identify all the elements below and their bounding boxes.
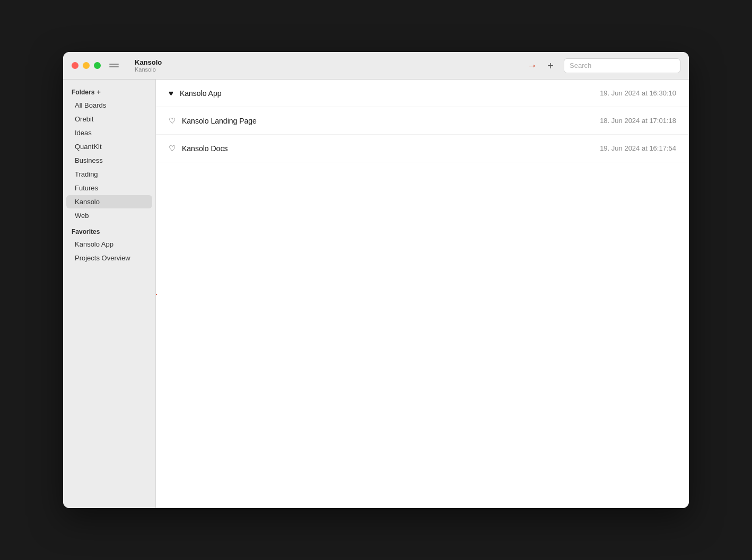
sidebar-item-quantkit[interactable]: QuantKit <box>66 140 152 153</box>
titlebar-actions: → + <box>527 58 680 73</box>
maximize-button[interactable] <box>94 62 101 69</box>
sidebar: Folders + All Boards Orebit Ideas QuantK… <box>63 80 156 508</box>
app-window: Kansolo Kansolo → + Folders + All Boards… <box>63 52 689 508</box>
right-arrow-icon: → <box>527 59 537 72</box>
board-date: 19. Jun 2024 at 16:30:10 <box>600 89 676 97</box>
sidebar-toggle-icon <box>109 64 124 67</box>
titlebar-center: Kansolo Kansolo <box>135 58 527 73</box>
sidebar-item-projects-overview[interactable]: Projects Overview <box>66 251 152 265</box>
minimize-button[interactable] <box>83 62 90 69</box>
board-name: Kansolo App <box>180 89 222 98</box>
sidebar-item-business[interactable]: Business <box>66 154 152 167</box>
board-item-left: ♥ Kansolo App <box>169 89 222 98</box>
heart-filled-icon: ♥ <box>169 89 173 98</box>
board-date: 19. Jun 2024 at 16:17:54 <box>600 144 676 152</box>
titlebar: Kansolo Kansolo → + <box>63 52 689 80</box>
sidebar-item-futures[interactable]: Futures <box>66 181 152 195</box>
board-name: Kansolo Landing Page <box>182 117 257 125</box>
close-button[interactable] <box>72 62 78 69</box>
folders-label: Folders <box>72 89 94 96</box>
board-item[interactable]: ♡ Kansolo Docs 19. Jun 2024 at 16:17:54 <box>156 135 689 162</box>
sidebar-item-all-boards[interactable]: All Boards <box>66 99 152 112</box>
app-body: Folders + All Boards Orebit Ideas QuantK… <box>63 80 689 508</box>
folders-section-header: Folders + <box>63 86 155 98</box>
add-board-button[interactable]: + <box>544 59 557 73</box>
board-date: 18. Jun 2024 at 17:01:18 <box>600 117 676 125</box>
sidebar-toggle-button[interactable] <box>109 60 124 71</box>
board-name: Kansolo Docs <box>182 144 228 153</box>
board-list: ♥ Kansolo App 19. Jun 2024 at 16:30:10 ♡… <box>156 80 689 162</box>
traffic-lights <box>72 62 101 69</box>
main-content: ← ♥ Kansolo App 19. Jun 2024 at 16:30:10… <box>156 80 689 508</box>
sidebar-item-kansolo[interactable]: Kansolo <box>66 195 152 208</box>
add-arrow-indicator: → <box>527 59 537 72</box>
sidebar-item-trading[interactable]: Trading <box>66 168 152 181</box>
app-title: Kansolo <box>135 58 162 66</box>
left-arrow-icon: ← <box>156 288 159 300</box>
sidebar-item-ideas[interactable]: Ideas <box>66 126 152 139</box>
board-item-left: ♡ Kansolo Docs <box>169 144 228 153</box>
sidebar-item-web[interactable]: Web <box>66 209 152 222</box>
board-item-left: ♡ Kansolo Landing Page <box>169 116 257 126</box>
heart-outline-icon: ♡ <box>169 116 176 126</box>
favorites-section-header: Favorites <box>63 223 155 237</box>
board-item[interactable]: ♡ Kansolo Landing Page 18. Jun 2024 at 1… <box>156 107 689 135</box>
app-subtitle: Kansolo <box>135 66 156 73</box>
heart-outline-icon: ♡ <box>169 144 176 153</box>
board-item[interactable]: ♥ Kansolo App 19. Jun 2024 at 16:30:10 <box>156 80 689 107</box>
search-input[interactable] <box>564 58 680 73</box>
sidebar-item-orebit[interactable]: Orebit <box>66 112 152 126</box>
sidebar-item-kansolo-app[interactable]: Kansolo App <box>66 238 152 251</box>
add-folder-button[interactable]: + <box>97 88 101 96</box>
